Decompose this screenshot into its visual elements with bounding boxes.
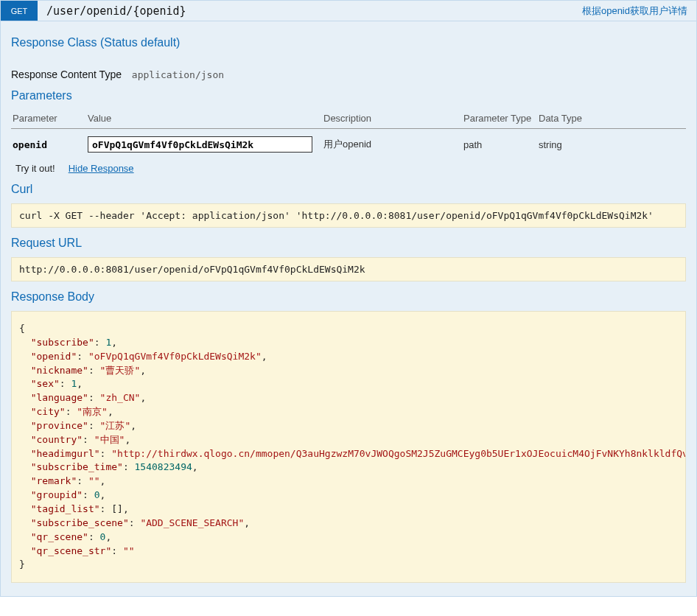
response-body-heading: Response Body: [11, 290, 686, 304]
curl-heading: Curl: [11, 183, 686, 196]
th-param-type: Parameter Type: [462, 110, 537, 129]
th-data-type: Data Type: [537, 110, 686, 129]
curl-command-block: curl -X GET --header 'Accept: applicatio…: [11, 203, 686, 228]
param-type: path: [462, 129, 537, 159]
request-url-block: http://0.0.0.0:8081/user/openid/oFVpQ1qG…: [11, 257, 686, 281]
hide-response-link[interactable]: Hide Response: [69, 163, 134, 174]
endpoint-summary: 根据openid获取用户详情: [582, 4, 696, 18]
request-url-heading: Request URL: [11, 237, 686, 250]
table-row: openid 用户openid path string: [11, 129, 686, 159]
api-operation: GET /user/openid/{openid} 根据openid获取用户详情…: [0, 0, 697, 597]
method-badge: GET: [1, 1, 38, 21]
operation-header[interactable]: GET /user/openid/{openid} 根据openid获取用户详情: [1, 1, 696, 21]
parameters-heading: Parameters: [11, 89, 686, 102]
response-content-type-label: Response Content Type: [11, 69, 122, 80]
endpoint-path: /user/openid/{openid}: [38, 4, 582, 18]
operation-content: Response Class (Status default) Response…: [1, 21, 696, 596]
param-value-input[interactable]: [88, 136, 312, 153]
parameters-table: Parameter Value Description Parameter Ty…: [11, 110, 686, 158]
response-class-heading: Response Class (Status default): [11, 36, 686, 49]
actions-row: Try it out! Hide Response: [11, 163, 686, 174]
th-parameter: Parameter: [11, 110, 86, 129]
response-body-block: { "subscribe": 1, "openid": "oFVpQ1qGVmf…: [11, 311, 686, 583]
response-content-type-value: application/json: [132, 69, 224, 80]
param-name: openid: [13, 139, 47, 150]
th-description: Description: [322, 110, 462, 129]
param-datatype: string: [537, 129, 686, 159]
th-value: Value: [86, 110, 322, 129]
try-it-button[interactable]: Try it out!: [15, 163, 55, 174]
param-description: 用户openid: [322, 129, 462, 159]
